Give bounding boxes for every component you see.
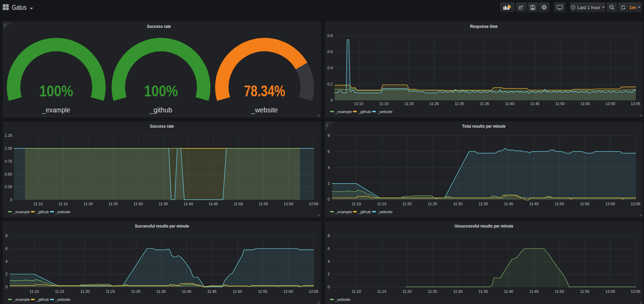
svg-text:11:50: 11:50: [555, 102, 565, 106]
svg-text:0: 0: [330, 98, 332, 102]
svg-text:12:05: 12:05: [631, 102, 641, 106]
svg-text:12:00: 12:00: [605, 289, 615, 294]
svg-text:_website: _website: [335, 297, 350, 302]
svg-text:0: 0: [5, 285, 7, 289]
svg-text:11:40: 11:40: [184, 202, 193, 206]
svg-text:0: 0: [328, 197, 330, 201]
svg-text:11:55: 11:55: [259, 202, 268, 206]
svg-text:11:50: 11:50: [555, 289, 564, 294]
svg-text:11:10: 11:10: [34, 202, 43, 206]
svg-text:0.4: 0.4: [327, 66, 332, 70]
svg-text:11:20: 11:20: [404, 102, 414, 106]
svg-text:8: 8: [328, 233, 330, 238]
svg-text:6: 6: [328, 149, 330, 154]
svg-text:12:05: 12:05: [631, 289, 641, 294]
svg-text:11:50: 11:50: [555, 202, 564, 206]
svg-text:12:00: 12:00: [284, 202, 293, 206]
svg-text:8: 8: [5, 233, 7, 238]
svg-text:11:50: 11:50: [234, 202, 243, 206]
svg-text:_github: _github: [149, 106, 172, 114]
svg-text:11:30: 11:30: [453, 202, 463, 206]
svg-text:11:50: 11:50: [233, 289, 242, 294]
svg-text:1.00: 1.00: [5, 146, 12, 150]
svg-text:11:35: 11:35: [156, 289, 166, 294]
svg-text:11:55: 11:55: [580, 289, 590, 294]
svg-text:_example: _example: [335, 110, 352, 114]
svg-text:11:30: 11:30: [133, 202, 143, 206]
svg-text:_github: _github: [358, 110, 371, 114]
svg-text:Total results per minute: Total results per minute: [462, 124, 506, 129]
svg-text:11:20: 11:20: [80, 289, 90, 294]
svg-text:0.2: 0.2: [327, 82, 332, 86]
svg-text:11:45: 11:45: [530, 102, 540, 106]
svg-text:0.6: 0.6: [327, 50, 332, 54]
svg-text:12:05: 12:05: [309, 289, 319, 294]
svg-text:_example: _example: [335, 210, 352, 214]
svg-text:11:15: 11:15: [377, 202, 387, 206]
svg-text:11:10: 11:10: [352, 289, 361, 294]
svg-text:11:15: 11:15: [377, 289, 387, 294]
svg-text:11:35: 11:35: [478, 202, 488, 206]
svg-text:11:35: 11:35: [480, 102, 489, 106]
svg-text:11:55: 11:55: [258, 289, 268, 294]
svg-text:2: 2: [5, 272, 7, 276]
svg-text:100%: 100%: [144, 82, 178, 99]
svg-text:_example: _example: [13, 297, 30, 302]
svg-text:4: 4: [328, 165, 330, 170]
svg-text:11:35: 11:35: [159, 202, 168, 206]
svg-text:_example: _example: [13, 210, 30, 214]
svg-text:11:25: 11:25: [428, 289, 437, 294]
svg-text:11:10: 11:10: [354, 102, 364, 106]
svg-text:_website: _website: [55, 210, 70, 214]
svg-text:11:40: 11:40: [504, 202, 513, 206]
svg-text:11:25: 11:25: [109, 202, 118, 206]
svg-text:_github: _github: [358, 210, 371, 214]
svg-text:0.8: 0.8: [327, 34, 332, 38]
svg-text:Gatus: Gatus: [12, 3, 27, 11]
svg-text:12:00: 12:00: [283, 289, 293, 294]
svg-text:0.25: 0.25: [5, 185, 12, 189]
svg-text:11:25: 11:25: [106, 289, 115, 294]
svg-text:Unsuccessful results per minut: Unsuccessful results per minute: [455, 223, 513, 229]
svg-text:4: 4: [5, 259, 7, 264]
svg-text:Response time: Response time: [470, 24, 498, 29]
svg-text:11:45: 11:45: [529, 289, 539, 294]
svg-text:11:55: 11:55: [580, 202, 590, 206]
svg-text:6: 6: [5, 246, 7, 251]
svg-text:11:25: 11:25: [430, 102, 439, 106]
svg-text:11:30: 11:30: [453, 289, 463, 294]
svg-text:4: 4: [328, 259, 330, 264]
svg-text:11:15: 11:15: [58, 202, 68, 206]
svg-text:11:15: 11:15: [55, 289, 64, 294]
svg-text:6: 6: [328, 246, 330, 251]
svg-text:11:45: 11:45: [209, 202, 218, 206]
svg-text:0.75: 0.75: [5, 159, 12, 163]
svg-text:11:40: 11:40: [504, 289, 513, 294]
svg-text:11:45: 11:45: [529, 202, 539, 206]
svg-text:12:05: 12:05: [309, 202, 319, 206]
svg-text:_website: _website: [377, 110, 392, 114]
svg-text:Success rate: Success rate: [150, 124, 174, 129]
svg-text:_website: _website: [251, 106, 278, 114]
svg-text:11:15: 11:15: [379, 102, 389, 106]
svg-text:11:30: 11:30: [455, 102, 464, 106]
svg-text:11:20: 11:20: [83, 202, 93, 206]
svg-text:11:10: 11:10: [352, 202, 361, 206]
svg-text:0: 0: [10, 198, 12, 202]
svg-text:_github: _github: [36, 210, 49, 214]
svg-text:11:35: 11:35: [478, 289, 488, 294]
svg-text:11:40: 11:40: [505, 102, 514, 106]
svg-text:12:00: 12:00: [606, 102, 615, 106]
svg-text:2: 2: [328, 272, 330, 276]
svg-text:_example: _example: [42, 106, 70, 114]
svg-text:100%: 100%: [39, 82, 73, 99]
svg-text:_website: _website: [377, 210, 392, 214]
svg-text:1.25: 1.25: [5, 133, 12, 138]
svg-text:12:05: 12:05: [631, 202, 641, 206]
svg-text:11:20: 11:20: [402, 202, 412, 206]
svg-text:11:25: 11:25: [428, 202, 437, 206]
svg-text:11:10: 11:10: [29, 289, 39, 294]
svg-text:Success rate: Success rate: [147, 24, 171, 29]
svg-text:12:00: 12:00: [605, 202, 615, 206]
svg-text:11:45: 11:45: [207, 289, 217, 294]
